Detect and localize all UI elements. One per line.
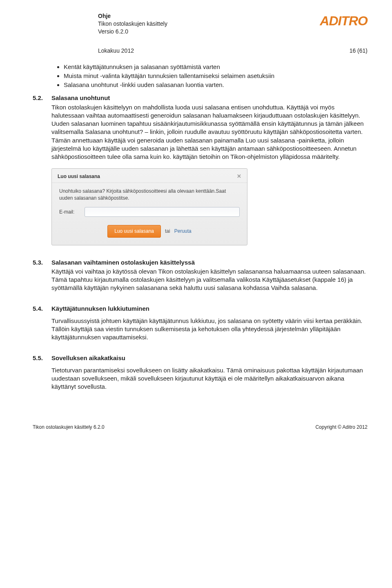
section-body: Turvallisuussyistä johtuen käyttäjän käy… — [33, 317, 368, 342]
page-number: 16 (61) — [350, 47, 368, 55]
doc-subtitle: Tikon ostolaskujen käsittely — [98, 20, 167, 28]
aditro-logo: ADITRO — [320, 12, 368, 30]
section-5-3: 5.3. Salasanan vaihtaminen ostolaskujen … — [33, 258, 368, 292]
email-row: E-mail: — [59, 207, 240, 217]
page-header: Ohje Tikon ostolaskujen käsittely Versio… — [33, 12, 368, 36]
page-footer: Tikon ostolaskujen käsittely 6.2.0 Copyr… — [33, 424, 368, 430]
close-icon[interactable]: ✕ — [237, 173, 241, 180]
section-number: 5.3. — [33, 258, 51, 267]
list-item: Muista minut -valinta käyttäjän tunnuksi… — [64, 72, 368, 80]
create-password-button[interactable]: Luo uusi salasana — [107, 225, 161, 237]
section-heading: 5.5. Sovelluksen aikakatkaisu — [33, 354, 368, 362]
doc-date: Lokakuu 2012 — [98, 47, 134, 55]
section-heading: 5.4. Käyttäjätunnuksen lukkiutuminen — [33, 305, 368, 313]
section-body: Tikon ostolaskujen käsittelyyn on mahdol… — [33, 103, 368, 161]
section-number: 5.4. — [33, 305, 51, 313]
dialog-actions: Luo uusi salasana tai Peruuta — [59, 223, 240, 237]
section-body: Käyttäjä voi vaihtaa jo käytössä olevan … — [33, 267, 368, 292]
list-item: Salasana unohtunut -linkki uuden salasan… — [64, 81, 368, 89]
or-text: tai — [165, 228, 170, 234]
section-5-5: 5.5. Sovelluksen aikakatkaisu Tietoturva… — [33, 354, 368, 391]
header-left-block: Ohje Tikon ostolaskujen käsittely Versio… — [33, 12, 167, 36]
section-heading: 5.3. Salasanan vaihtaminen ostolaskujen … — [33, 258, 368, 267]
section-title: Salasanan vaihtaminen ostolaskujen käsit… — [51, 258, 195, 267]
list-item: Kentät käyttäjätunnuksen ja salasanan sy… — [64, 63, 368, 71]
section-5-4: 5.4. Käyttäjätunnuksen lukkiutuminen Tur… — [33, 305, 368, 342]
section-5-2: 5.2. Salasana unohtunut Tikon ostolaskuj… — [33, 94, 368, 245]
section-body: Tietoturvan parantamiseksi sovellukseen … — [33, 366, 368, 391]
dialog-title-text: Luo uusi salasana — [58, 173, 100, 180]
dialog-description: Unohtuiko salasana? Kirjoita sähköpostio… — [59, 188, 240, 202]
doc-title: Ohje — [98, 12, 167, 20]
create-password-dialog: Luo uusi salasana ✕ Unohtuiko salasana? … — [51, 168, 247, 245]
intro-bullet-list: Kentät käyttäjätunnuksen ja salasanan sy… — [33, 63, 368, 89]
doc-version: Versio 6.2.0 — [98, 28, 167, 36]
dialog-titlebar: Luo uusi salasana ✕ — [52, 169, 247, 183]
section-number: 5.2. — [33, 94, 51, 102]
section-number: 5.5. — [33, 354, 51, 362]
section-title: Sovelluksen aikakatkaisu — [51, 354, 125, 362]
section-heading: 5.2. Salasana unohtunut — [33, 94, 368, 102]
dialog-body: Unohtuiko salasana? Kirjoita sähköpostio… — [52, 183, 247, 245]
email-label: E-mail: — [59, 209, 85, 215]
footer-left: Tikon ostolaskujen käsittely 6.2.0 — [33, 424, 105, 430]
cancel-link[interactable]: Peruuta — [174, 228, 192, 234]
section-title: Salasana unohtunut — [51, 94, 110, 102]
email-field[interactable] — [85, 207, 240, 217]
date-page-row: Lokakuu 2012 16 (61) — [33, 47, 368, 55]
footer-right: Copyright © Aditro 2012 — [315, 424, 368, 430]
section-title: Käyttäjätunnuksen lukkiutuminen — [51, 305, 149, 313]
